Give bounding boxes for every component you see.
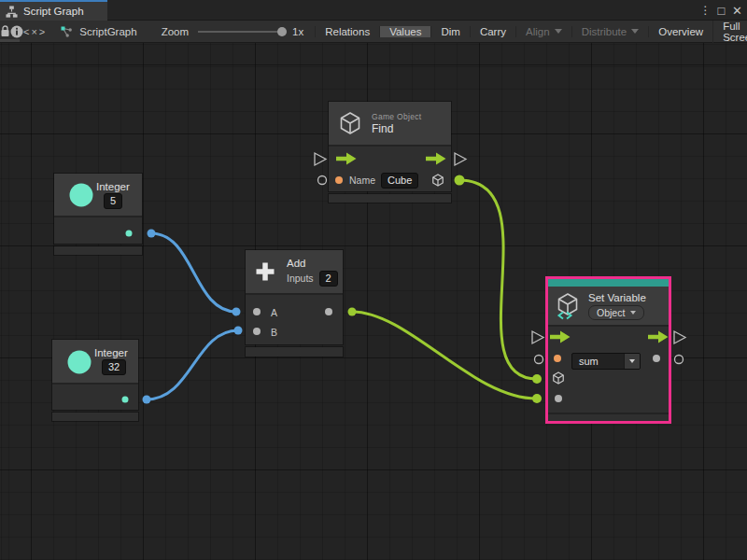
caret-down-icon xyxy=(631,29,639,34)
wire-endpoint[interactable] xyxy=(233,308,241,316)
flow-port-triangle-icon[interactable] xyxy=(674,331,685,343)
button-align-label: Align xyxy=(526,26,550,37)
port-add-input-a[interactable] xyxy=(253,308,261,315)
port-find-name-input[interactable] xyxy=(335,176,343,184)
port-setvariable-name-input[interactable] xyxy=(554,355,561,362)
port-setvariable-value-input[interactable] xyxy=(555,395,562,402)
flow-port-triangle-icon[interactable] xyxy=(455,153,466,165)
port-find-gameobject-output[interactable] xyxy=(433,175,443,186)
maximize-icon[interactable]: □ xyxy=(713,0,729,21)
button-dim[interactable]: Dim xyxy=(430,26,469,37)
port-integer5-output[interactable] xyxy=(126,231,133,237)
wires-overlay xyxy=(0,43,747,560)
button-values[interactable]: Values xyxy=(379,26,430,37)
wire-add-to-setvariable-value[interactable] xyxy=(352,312,537,399)
close-icon[interactable]: ✕ xyxy=(729,0,745,21)
port-setvariable-object-input[interactable] xyxy=(554,372,563,384)
tab-script-graph[interactable]: Script Graph xyxy=(0,0,107,21)
port-integer32-output[interactable] xyxy=(122,397,129,403)
graph-canvas[interactable]: Integer 5 Integer 32 xyxy=(0,43,747,560)
wire-find-to-setvariable-object[interactable] xyxy=(459,180,537,379)
flow-in-arrow-icon[interactable] xyxy=(336,153,357,165)
flow-out-arrow-icon[interactable] xyxy=(426,153,446,165)
wire-endpoint[interactable] xyxy=(532,374,542,384)
caret-down-icon xyxy=(555,29,562,34)
lock-icon xyxy=(0,25,10,37)
window-controls: ⋮ □ ✕ xyxy=(698,0,745,21)
button-align[interactable]: Align xyxy=(515,26,571,37)
graph-name-label: ScriptGraph xyxy=(79,26,136,37)
wire-endpoint[interactable] xyxy=(143,396,151,404)
integer-type-icon xyxy=(68,351,92,374)
zoom-slider[interactable] xyxy=(198,31,284,33)
button-overview[interactable]: Overview xyxy=(648,26,712,37)
flow-in-arrow-icon[interactable] xyxy=(550,331,571,343)
button-relations[interactable]: Relations xyxy=(315,26,379,37)
script-graph-icon xyxy=(60,25,73,38)
info-icon xyxy=(10,25,23,38)
flow-port-triangle-icon[interactable] xyxy=(532,331,543,343)
graph-hierarchy-icon xyxy=(6,6,18,18)
integer-type-icon xyxy=(70,184,93,207)
graph-toolbar: <×> ScriptGraph Zoom 1x Relations Values… xyxy=(0,21,747,43)
button-carry[interactable]: Carry xyxy=(470,26,515,37)
wire-integer32-to-add-b[interactable] xyxy=(147,330,238,399)
value-port-circle-icon[interactable] xyxy=(675,356,684,364)
zoom-slider-handle[interactable] xyxy=(277,27,287,36)
value-port-circle-icon[interactable] xyxy=(318,176,327,185)
window-menu-icon[interactable]: ⋮ xyxy=(698,0,713,21)
port-add-input-b[interactable] xyxy=(253,328,261,335)
wire-endpoint[interactable] xyxy=(532,394,542,403)
zoom-label: Zoom xyxy=(162,26,189,37)
title-bar: Script Graph ⋮ □ ✕ xyxy=(0,0,747,21)
button-distribute-label: Distribute xyxy=(582,26,627,37)
wire-endpoint[interactable] xyxy=(348,308,357,316)
wire-endpoint[interactable] xyxy=(455,175,465,186)
port-add-output[interactable] xyxy=(325,308,332,315)
button-distribute[interactable]: Distribute xyxy=(571,26,649,37)
zoom-control: Zoom 1x xyxy=(162,21,304,42)
port-setvariable-output[interactable] xyxy=(653,355,660,362)
flow-out-arrow-icon[interactable] xyxy=(648,331,669,343)
code-view-button[interactable]: <×> xyxy=(23,21,47,42)
button-full-screen[interactable]: Full Screen xyxy=(712,21,747,43)
zoom-value: 1x xyxy=(292,26,303,37)
toolbar-buttons: Relations Values Dim Carry Align Distrib… xyxy=(315,21,747,42)
value-port-circle-icon[interactable] xyxy=(535,356,543,364)
flow-port-triangle-icon[interactable] xyxy=(315,153,326,165)
wire-endpoint[interactable] xyxy=(234,327,243,335)
wire-integer5-to-add-a[interactable] xyxy=(151,233,236,312)
toolbar-notch xyxy=(0,39,20,42)
script-graph-window: Script Graph ⋮ □ ✕ <×> xyxy=(0,0,747,560)
wire-endpoint[interactable] xyxy=(148,230,156,238)
tab-title: Script Graph xyxy=(23,6,84,17)
graph-breadcrumb[interactable]: ScriptGraph xyxy=(60,21,136,42)
